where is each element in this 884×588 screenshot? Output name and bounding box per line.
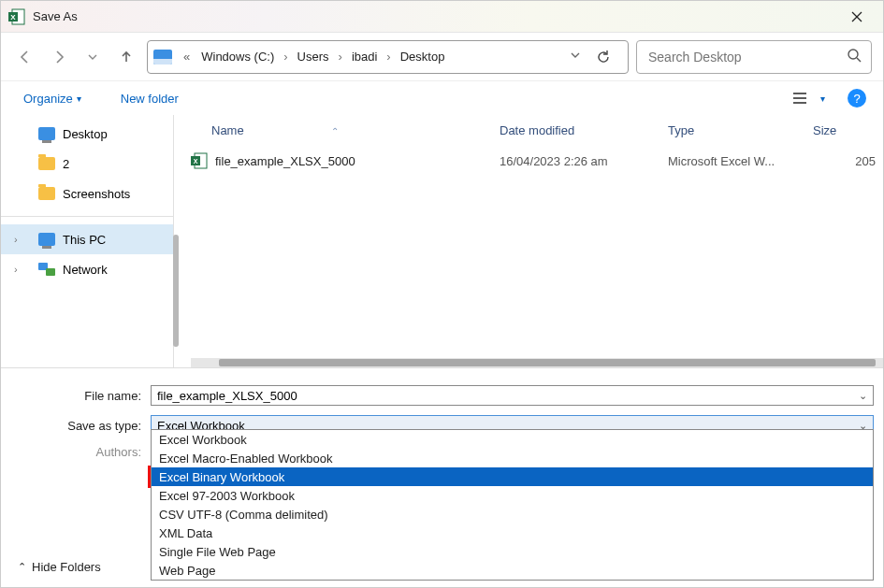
saveas-type-option[interactable]: Excel Macro-Enabled Workbook — [152, 449, 873, 467]
address-bar[interactable]: « Windows (C:) › Users › ibadi › Desktop — [147, 40, 629, 74]
chevron-right-icon[interactable]: › — [282, 50, 289, 64]
sidebar-item-label: Network — [63, 263, 108, 277]
column-header-label: Date modified — [500, 123, 574, 137]
saveas-label: Save as type: — [10, 419, 151, 433]
sidebar-item-network[interactable]: › Network — [1, 254, 173, 284]
saveas-type-option[interactable]: XML Data — [152, 523, 873, 542]
file-date: 16/04/2023 2:26 am — [500, 154, 668, 168]
chevron-right-icon[interactable]: › — [337, 50, 344, 64]
back-button[interactable] — [12, 44, 38, 70]
sidebar-item-label: 2 — [63, 157, 69, 171]
column-header-label: Name — [211, 123, 244, 137]
sidebar-item-label: This PC — [63, 233, 106, 247]
title-bar: X Save As — [1, 1, 883, 33]
filename-value: file_example_XLSX_5000 — [157, 389, 297, 403]
close-button[interactable] — [838, 4, 876, 30]
svg-text:X: X — [194, 158, 198, 165]
saveas-type-option[interactable]: Excel Binary Workbook — [152, 467, 873, 486]
saveas-type-option[interactable]: Excel 97-2003 Workbook — [152, 486, 873, 505]
scrollbar-thumb[interactable] — [219, 359, 876, 366]
sort-indicator-icon: ⌃ — [331, 126, 339, 136]
breadcrumb-ibadi[interactable]: ibadi — [348, 41, 381, 73]
sidebar: Desktop 2 Screenshots › This PC › Networ… — [1, 115, 174, 367]
chevron-down-icon: ▾ — [77, 93, 81, 104]
drive-icon — [153, 50, 172, 65]
toolbar: Organize ▾ New folder ▾ ? — [1, 81, 883, 115]
svg-point-5 — [848, 50, 858, 59]
search-box[interactable] — [636, 40, 872, 74]
column-header-date[interactable]: Date modified — [500, 123, 668, 137]
saveas-type-option[interactable]: Excel Workbook — [152, 430, 873, 449]
organize-button[interactable]: Organize ▾ — [18, 88, 87, 109]
main-area: Desktop 2 Screenshots › This PC › Networ… — [1, 115, 883, 367]
filename-label: File name: — [10, 389, 151, 403]
column-header-size[interactable]: Size — [813, 123, 883, 137]
sidebar-item-label: Desktop — [63, 127, 108, 141]
saveas-type-option[interactable]: Single File Web Page — [152, 542, 873, 561]
column-header-label: Type — [668, 123, 694, 137]
new-folder-label: New folder — [121, 92, 179, 106]
column-header-name[interactable]: Name ⌃ — [191, 123, 500, 137]
save-form: File name: file_example_XLSX_5000 ⌄ Save… — [1, 367, 883, 466]
footer: ⌃ Hide Folders — [1, 546, 101, 587]
sidebar-item-this-pc[interactable]: › This PC — [1, 224, 173, 254]
chevron-down-icon: ▾ — [820, 93, 825, 104]
new-folder-button[interactable]: New folder — [115, 88, 184, 109]
address-dropdown-button[interactable] — [570, 50, 581, 64]
column-header-type[interactable]: Type — [668, 123, 813, 137]
file-list-pane: Name ⌃ Date modified Type Size X — [174, 115, 883, 367]
breadcrumb-drive[interactable]: Windows (C:) — [197, 41, 278, 73]
folder-icon — [38, 157, 55, 170]
xlsx-file-icon: X — [191, 152, 208, 169]
network-icon — [38, 263, 55, 276]
sidebar-item-2[interactable]: 2 — [1, 149, 173, 179]
filename-input[interactable]: file_example_XLSX_5000 ⌄ — [151, 385, 874, 406]
column-header-label: Size — [813, 123, 836, 137]
excel-icon: X — [8, 8, 25, 25]
view-options-button[interactable] — [786, 85, 814, 111]
refresh-button[interactable] — [585, 40, 622, 74]
chevron-right-icon[interactable]: › — [14, 234, 18, 245]
authors-label: Authors: — [10, 445, 151, 459]
chevron-right-icon[interactable]: › — [14, 264, 18, 275]
breadcrumb-desktop[interactable]: Desktop — [397, 41, 449, 73]
sidebar-item-label: Screenshots — [63, 187, 130, 201]
view-options-dropdown[interactable]: ▾ — [814, 85, 831, 111]
recent-locations-button[interactable] — [80, 44, 106, 70]
saveas-type-option[interactable]: CSV UTF-8 (Comma delimited) — [152, 505, 873, 523]
help-button[interactable]: ? — [848, 89, 866, 108]
search-input[interactable] — [646, 49, 847, 65]
up-button[interactable] — [113, 44, 139, 70]
window-title: Save As — [33, 9, 78, 23]
file-type: Microsoft Excel W... — [668, 154, 813, 168]
column-headers: Name ⌃ Date modified Type Size — [191, 115, 883, 147]
saveas-type-option[interactable]: Web Page — [152, 561, 873, 580]
nav-bar: « Windows (C:) › Users › ibadi › Desktop — [1, 33, 883, 81]
hide-folders-label: Hide Folders — [32, 560, 101, 574]
breadcrumb-overflow-icon[interactable]: « — [180, 50, 194, 64]
sidebar-item-screenshots[interactable]: Screenshots — [1, 179, 173, 208]
file-row[interactable]: X file_example_XLSX_5000 16/04/2023 2:26… — [191, 147, 883, 175]
sidebar-item-desktop[interactable]: Desktop — [1, 119, 173, 149]
folder-icon — [38, 187, 55, 200]
svg-text:X: X — [10, 13, 16, 22]
file-size: 205 — [813, 154, 883, 168]
pc-icon — [38, 233, 55, 246]
organize-label: Organize — [23, 92, 73, 106]
horizontal-scrollbar[interactable] — [191, 358, 883, 367]
file-name: file_example_XLSX_5000 — [215, 154, 355, 168]
chevron-down-icon[interactable]: ⌄ — [859, 390, 867, 402]
forward-button[interactable] — [46, 44, 72, 70]
breadcrumb-users[interactable]: Users — [294, 41, 333, 73]
saveas-type-options: Excel WorkbookExcel Macro-Enabled Workbo… — [151, 429, 874, 581]
desktop-icon — [38, 127, 55, 140]
hide-folders-button[interactable]: ⌃ Hide Folders — [18, 560, 101, 574]
svg-line-6 — [857, 58, 861, 62]
chevron-up-icon: ⌃ — [18, 561, 26, 573]
search-icon[interactable] — [847, 48, 862, 65]
chevron-right-icon[interactable]: › — [384, 50, 392, 64]
